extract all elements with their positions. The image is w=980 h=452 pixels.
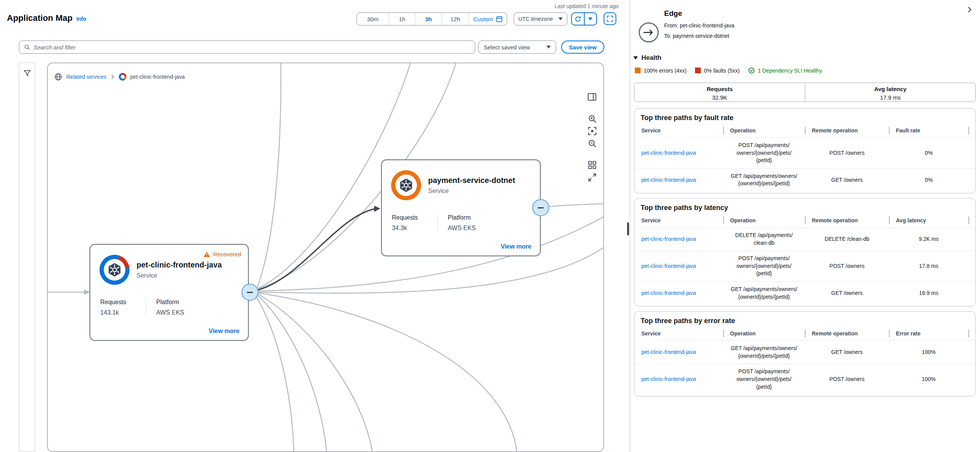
check-circle-icon [748,67,755,74]
sli-legend-label: 1 Dependency SLI Healthy [758,68,822,74]
save-view-button[interactable]: Save view [561,41,604,54]
calendar-icon [496,16,503,22]
remote-operation-cell: GET /owners [805,349,889,356]
map-legend-button[interactable] [587,92,597,102]
time-range-12h[interactable]: 12h [442,13,469,25]
search-filter-box [19,41,475,54]
health-label: Health [641,54,661,62]
collapse-edges-button-pet-clinic[interactable] [241,284,258,301]
node-header: pet-clinic-frontend-java Service [100,255,222,285]
error-rate-cell: 100% [889,349,968,356]
breadcrumb-related-services[interactable]: Related services [66,74,106,80]
last-updated-text: Last updated 1 minute ago [555,3,619,9]
platform-value: AWS EKS [156,309,184,316]
node-title: payment-service-dotnet [428,176,515,185]
remote-operation-cell: GET /owners [805,176,889,184]
node-metrics: Requests 143.1k Platform AWS EKS [100,299,184,316]
globe-icon [54,73,62,81]
search-icon [24,44,30,50]
table-row: pet-clinic-frontend-java GET /api/paymen… [634,281,975,305]
node-pet-clinic-frontend-java[interactable]: Recovered pet-clinic-frontend-java Servi… [89,244,249,341]
timezone-select[interactable]: UTC timezone [514,12,567,25]
column-header-service: Service [634,127,723,137]
zoom-fit-button[interactable] [587,126,597,136]
group-view-button[interactable] [587,160,597,170]
operation-cell: GET /api/payments/owners/ {ownerId}/pets… [723,173,805,188]
view-more-link[interactable]: View more [501,243,531,250]
service-link[interactable]: pet-clinic-frontend-java [634,349,723,356]
summary-requests-cell: Requests 32.9K [634,83,805,102]
top-paths-cards: Top three paths by fault rate Service Op… [634,108,976,401]
info-link[interactable]: Info [76,16,86,22]
fault-rate-cell: 0% [889,176,968,184]
summary-latency-value: 17.9 ms [805,94,975,101]
requests-label: Requests [100,299,146,306]
fullscreen-button[interactable] [604,12,616,25]
time-range-3h[interactable]: 3h [415,13,442,25]
column-header-service: Service [634,330,723,340]
node-title-block: pet-clinic-frontend-java Service [137,261,222,279]
time-range-custom[interactable]: Custom [469,13,507,25]
header-end-divider [968,217,975,227]
time-range-1h[interactable]: 1h [389,13,415,25]
latency-card: Top three paths by latency Service Opera… [634,198,976,306]
zoom-fit-icon [588,127,597,135]
minus-icon [538,207,544,208]
faults-legend-item: 0% faults (5xx) [695,68,740,74]
panel-collapse-button[interactable] [965,5,975,15]
zoom-out-icon [588,139,597,148]
chevron-down-icon [588,17,592,20]
operation-cell: GET /api/payments/owners/ {ownerId}/pets… [723,345,805,360]
service-link[interactable]: pet-clinic-frontend-java [634,262,723,270]
filter-funnel-button[interactable] [22,68,32,78]
service-link[interactable]: pet-clinic-frontend-java [634,149,723,157]
operation-cell: POST /api/payments/ owners/{ownerId}/pet… [723,255,805,278]
node-title: pet-clinic-frontend-java [137,261,222,269]
faults-swatch [695,68,701,73]
service-link[interactable]: pet-clinic-frontend-java [634,376,723,383]
view-more-link[interactable]: View more [209,328,240,335]
column-header-operation: Operation [723,330,805,340]
header-end-divider [968,330,975,340]
faults-legend-label: 0% faults (5xx) [704,68,740,74]
table-row: pet-clinic-frontend-java GET /api/paymen… [634,340,975,364]
collapse-edges-button-payment[interactable] [532,199,549,216]
saved-view-select[interactable]: Select saved view [478,41,556,54]
avg-latency-cell: 9.2K ms [889,235,968,243]
node-title-block: payment-service-dotnet Service [428,176,515,195]
table-row: pet-clinic-frontend-java DELETE /api/pay… [634,227,975,251]
expand-arrows-icon [588,173,597,182]
service-link[interactable]: pet-clinic-frontend-java [634,289,723,297]
avg-latency-cell: 17.8 ms [889,262,968,270]
time-range-30m[interactable]: 30m [357,13,389,25]
map-canvas[interactable]: Related services pet-clinic-frontend-jav… [47,63,604,452]
page-title-row: Application Map Info [7,13,86,23]
refresh-button[interactable] [572,13,584,25]
service-link[interactable]: pet-clinic-frontend-java [634,176,723,184]
table-row: pet-clinic-frontend-java POST /api/payme… [634,364,975,394]
remote-operation-cell: POST /owners [805,149,889,157]
kubernetes-icon [398,178,414,193]
fit-to-screen-button[interactable] [587,172,597,182]
platform-metric: Platform AWS EKS [437,214,476,232]
refresh-icon [575,16,581,22]
zoom-out-button[interactable] [587,138,597,148]
node-payment-service-dotnet[interactable]: payment-service-dotnet Service Requests … [381,159,541,256]
refresh-options-button[interactable] [584,13,597,25]
zoom-in-button[interactable] [587,113,597,124]
table-row: pet-clinic-frontend-java GET /api/paymen… [634,168,975,191]
edge-header-texts: Edge From: pet-clinic-frontend-java To: … [664,9,734,39]
search-input[interactable] [34,44,470,51]
map-legend-icon [587,92,597,102]
health-section-toggle[interactable]: Health [633,54,661,62]
panel-title: Edge [664,9,734,18]
service-link[interactable]: pet-clinic-frontend-java [634,235,723,243]
sli-legend-item: 1 Dependency SLI Healthy [748,67,822,74]
table-header: Service Operation Remote operation Error… [634,330,975,340]
requests-metric: Requests 34.3k [392,214,437,232]
edge-type-icon-circle [639,22,659,42]
table-row: pet-clinic-frontend-java POST /api/payme… [634,251,975,281]
panel-resize-handle[interactable] [627,222,629,235]
operation-cell: DELETE /api/payments/ clean-db [723,232,805,247]
health-legend: 100% errors (4xx) 0% faults (5xx) 1 Depe… [635,67,822,74]
